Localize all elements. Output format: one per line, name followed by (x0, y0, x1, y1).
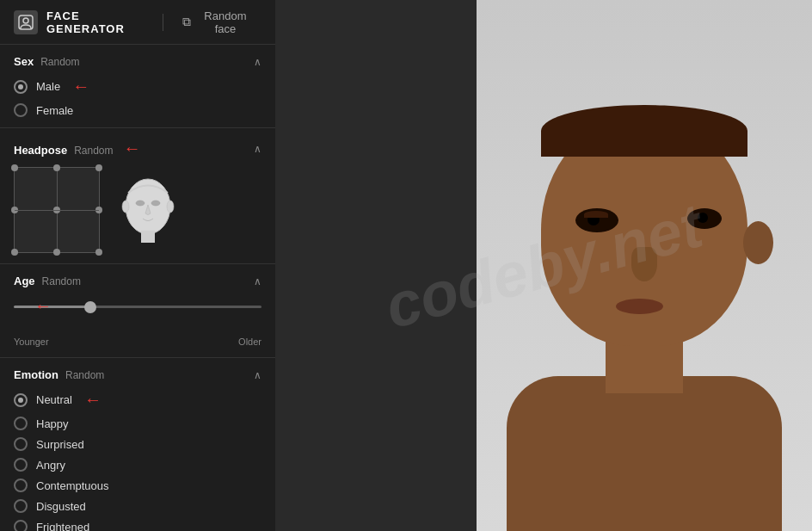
emotion-contemptuous-option[interactable]: Contemptuous (14, 479, 261, 492)
emotion-frightened-label: Frightened (36, 521, 89, 532)
nose-shape (631, 247, 657, 281)
sex-subtitle: Random (40, 56, 79, 68)
grid-dot-tm (53, 164, 60, 171)
emotion-neutral-option[interactable]: Neutral ← (14, 390, 261, 410)
grid-dot-tr (95, 164, 102, 171)
sex-male-option[interactable]: Male ← (14, 77, 261, 96)
sidebar-content: Sex Random ∧ Male ← Female (0, 45, 275, 531)
headpose-subtitle: Random (74, 145, 113, 157)
emotion-section: Emotion Random ∧ Neutral ← Happy Surpris… (0, 358, 275, 531)
age-older-label: Older (238, 337, 261, 347)
emotion-disgusted-option[interactable]: Disgusted (14, 499, 261, 513)
sex-female-radio[interactable] (14, 103, 28, 117)
sex-section-header[interactable]: Sex Random ∧ (14, 55, 261, 68)
age-slider-container: ← Younger Older (14, 296, 261, 347)
main-content: codeby.net (275, 0, 812, 531)
sex-chevron-icon: ∧ (254, 56, 261, 68)
emotion-happy-label: Happy (36, 417, 69, 430)
headpose-container (14, 167, 261, 253)
emotion-neutral-radio[interactable] (14, 393, 28, 407)
eye-left-shape (575, 208, 618, 232)
sidebar: FACE GENERATOR ⧉ Random face Sex Random … (0, 0, 275, 531)
age-chevron-icon: ∧ (254, 275, 261, 287)
lips-shape (616, 299, 663, 314)
emotion-neutral-label: Neutral (36, 393, 72, 406)
grid-dot-mm (53, 207, 60, 213)
grid-dot-ml (11, 207, 18, 213)
sex-female-label: Female (36, 104, 73, 117)
face-photo-container (477, 0, 812, 531)
headpose-title-group: Headpose Random ← (14, 139, 141, 158)
app-logo (14, 10, 38, 34)
emotion-happy-option[interactable]: Happy (14, 417, 261, 430)
emotion-contemptuous-radio[interactable] (14, 479, 28, 492)
emotion-surprised-label: Surprised (36, 438, 84, 451)
pupil-right (698, 213, 708, 223)
eyebrow-left (584, 211, 608, 218)
age-section: Age Random ∧ ← Younger Older (0, 264, 275, 358)
sex-female-option[interactable]: Female (14, 103, 261, 117)
emotion-angry-radio[interactable] (14, 458, 28, 472)
header-divider (163, 14, 163, 31)
svg-point-6 (122, 201, 129, 213)
random-face-icon: ⧉ (182, 15, 191, 29)
app-header: FACE GENERATOR ⧉ Random face (0, 0, 275, 45)
sex-male-label: Male (36, 80, 60, 93)
emotion-happy-radio[interactable] (14, 417, 28, 430)
emotion-title: Emotion (14, 368, 58, 381)
male-arrow: ← (72, 77, 89, 96)
svg-point-7 (167, 201, 174, 213)
age-arrow: ← (34, 296, 52, 316)
headpose-chevron-icon: ∧ (254, 143, 261, 155)
headpose-grid[interactable] (14, 167, 100, 253)
emotion-disgusted-radio[interactable] (14, 499, 28, 513)
grid-dot-bm (53, 249, 60, 256)
age-subtitle: Random (42, 275, 81, 287)
sex-radio-group: Male ← Female (14, 77, 261, 117)
svg-rect-3 (141, 231, 155, 243)
head-3d-preview (114, 171, 182, 249)
sex-title-group: Sex Random (14, 55, 80, 68)
emotion-surprised-option[interactable]: Surprised (14, 437, 261, 451)
emotion-contemptuous-label: Contemptuous (36, 479, 109, 492)
random-face-button[interactable]: ⧉ Random face (175, 6, 261, 39)
age-title-group: Age Random (14, 275, 81, 287)
face-image-area (275, 0, 812, 531)
emotion-frightened-radio[interactable] (14, 520, 28, 531)
svg-point-5 (151, 201, 160, 206)
headpose-title: Headpose (14, 144, 67, 157)
emotion-chevron-icon: ∧ (254, 369, 261, 381)
emotion-list: Neutral ← Happy Surprised Angry Co (14, 390, 261, 531)
headpose-section: Headpose Random ← ∧ (0, 128, 275, 264)
emotion-surprised-radio[interactable] (14, 437, 28, 451)
hair-shape (541, 105, 747, 157)
headpose-arrow: ← (124, 139, 141, 158)
sex-male-radio[interactable] (14, 80, 28, 94)
age-slider-labels: Younger Older (14, 337, 261, 347)
svg-point-4 (136, 201, 145, 206)
emotion-section-header[interactable]: Emotion Random ∧ (14, 368, 261, 381)
svg-point-1 (23, 18, 28, 23)
grid-dot-bl (11, 249, 18, 256)
body-shape (507, 376, 782, 531)
age-title: Age (14, 275, 35, 287)
headpose-section-header[interactable]: Headpose Random ← ∧ (14, 139, 261, 158)
random-face-label: Random face (196, 9, 255, 35)
emotion-angry-option[interactable]: Angry (14, 458, 261, 472)
emotion-subtitle: Random (65, 369, 104, 381)
emotion-disgusted-label: Disgusted (36, 500, 86, 513)
age-younger-label: Younger (14, 337, 49, 347)
ear-shape (743, 221, 773, 264)
eye-right-shape (687, 208, 722, 229)
grid-dot-tl (11, 164, 18, 171)
app-title: FACE GENERATOR (46, 9, 151, 35)
grid-dot-br (95, 249, 102, 256)
sex-title: Sex (14, 55, 34, 68)
emotion-frightened-option[interactable]: Frightened (14, 520, 261, 531)
head-preview-svg (118, 174, 178, 247)
emotion-angry-label: Angry (36, 459, 65, 472)
age-section-header[interactable]: Age Random ∧ (14, 275, 261, 287)
sex-section: Sex Random ∧ Male ← Female (0, 45, 275, 128)
emotion-title-group: Emotion Random (14, 368, 104, 381)
grid-dot-mr (95, 207, 102, 213)
